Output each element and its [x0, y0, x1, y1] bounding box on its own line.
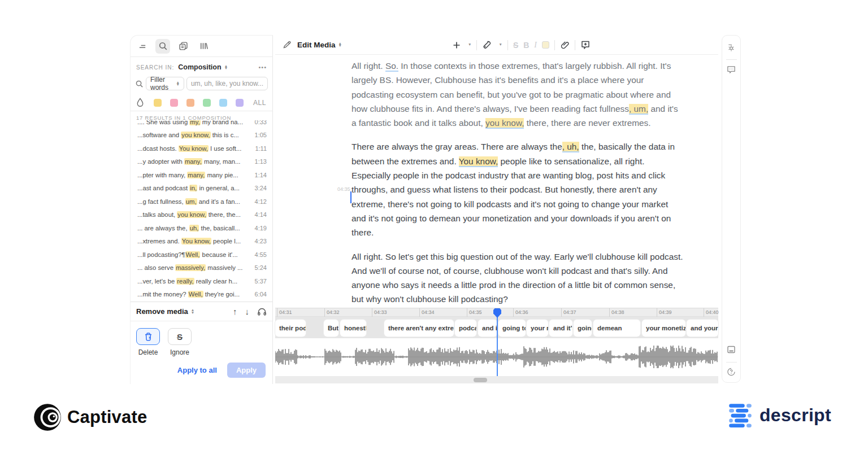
arrow-up-icon[interactable]: ↑ — [233, 307, 237, 316]
transcript-paragraph[interactable]: There are always the gray areas. There a… — [351, 139, 683, 239]
apply-to-all-button[interactable]: Apply to all — [177, 366, 217, 374]
result-text: ... are always the, uh, the, basicall... — [137, 225, 251, 232]
ruler-timestamp: 04:36 — [515, 309, 528, 315]
word-clip[interactable]: and it — [478, 320, 497, 337]
chevron-updown-icon[interactable]: ▲▼ — [224, 65, 228, 70]
word-clip[interactable]: podcast — [455, 320, 476, 337]
color-swatch-3[interactable] — [186, 99, 194, 107]
word-clip[interactable]: honestly — [340, 320, 366, 337]
ruler-timestamp: 04:34 — [422, 309, 435, 315]
search-result-row[interactable]: ...ll podcasting?¶Well, because it'...4:… — [131, 248, 272, 261]
ruler-timestamp: 04:40 — [706, 309, 719, 315]
search-result-row[interactable]: ... are always the, uh, the, basicall...… — [131, 221, 272, 235]
filler-word-highlight[interactable]: You know, — [459, 156, 498, 167]
plus-icon[interactable] — [452, 41, 461, 50]
search-result-row[interactable]: ... also serve massively, massively ...5… — [131, 261, 272, 275]
color-swatch-2[interactable] — [170, 99, 178, 107]
timeline-scrollbar[interactable] — [275, 376, 718, 383]
search-result-row[interactable]: ...y adopter with many, many, man...1:13 — [131, 155, 272, 169]
word-clip[interactable]: going to — [498, 320, 526, 337]
color-swatch-5[interactable] — [219, 99, 227, 107]
ruler-timestamp: 04:38 — [611, 309, 624, 315]
edit-media-title[interactable]: Edit Media — [297, 41, 336, 49]
search-in-selector[interactable]: Composition — [178, 63, 221, 71]
result-timestamp: 1:13 — [255, 158, 267, 165]
transcript-paragraph[interactable]: All right. So let's get this big questio… — [351, 250, 683, 307]
search-result-row[interactable]: ...mit the money? Well, they're goi...6:… — [131, 288, 272, 302]
word-clip[interactable]: demean — [593, 320, 640, 337]
timeline: 04:3104:3204:3304:3404:3504:3604:3704:38… — [275, 308, 718, 383]
library-icon[interactable] — [196, 39, 211, 54]
color-swatch-4[interactable] — [203, 99, 211, 107]
more-options-icon[interactable]: ••• — [258, 64, 267, 71]
search-result-row[interactable]: ...talks about, you know, there, the...4… — [131, 208, 272, 222]
search-results-list: .... She was using my, my brand na...0:3… — [131, 120, 272, 302]
panel-bottom-icon[interactable] — [727, 345, 736, 354]
wrench-icon[interactable] — [482, 40, 492, 50]
headphones-icon[interactable] — [257, 307, 267, 316]
transcript-text[interactable]: All right. So. In those contexts in thos… — [351, 54, 683, 342]
result-text: ...ast and podcast in, in general, a... — [137, 185, 251, 191]
filler-word-highlight: You know, — [179, 145, 209, 152]
search-result-row[interactable]: ...software and you know, this is c...1:… — [131, 129, 272, 142]
help-icon[interactable] — [727, 368, 736, 376]
droplet-icon[interactable] — [136, 98, 144, 107]
search-result-row[interactable]: ...g fact fullness, um, and it's a fan..… — [131, 195, 272, 208]
word-clip[interactable]: and your downloads — [687, 320, 718, 337]
word-clip[interactable]: their podcast — [275, 320, 306, 337]
color-swatch-1[interactable] — [154, 99, 162, 107]
chevron-updown-icon[interactable]: ▲▼ — [338, 42, 342, 47]
ruler-timestamp: 04:37 — [563, 309, 576, 315]
search-terms-input[interactable]: um, uh, like, you know... — [186, 77, 268, 90]
search-result-row[interactable]: .... She was using my, my brand na...0:3… — [131, 120, 272, 129]
word-clip[interactable]: and it's — [549, 320, 572, 337]
comment-icon[interactable] — [727, 65, 736, 75]
action-title[interactable]: Remove media — [136, 307, 188, 316]
word-clip[interactable]: there aren't any extreme — [384, 320, 454, 337]
ruler-timestamp: 04:32 — [327, 309, 340, 315]
transcript-paragraph[interactable]: All right. So. In those contexts in thos… — [351, 59, 683, 130]
word-clip[interactable]: going — [574, 320, 592, 337]
result-timestamp: 4:55 — [255, 251, 267, 258]
bold-icon[interactable]: B — [523, 41, 529, 50]
link-icon[interactable] — [560, 40, 570, 50]
result-text: ...dcast hosts. You know, I use soft... — [137, 145, 251, 152]
search-result-row[interactable]: ...ver, let's be really, really clear h.… — [131, 274, 272, 288]
word-clip[interactable]: But — [324, 320, 338, 337]
search-result-row[interactable]: ...pter with many, many, many pie...1:14 — [131, 168, 272, 182]
result-text: ...y adopter with many, many, man... — [137, 158, 251, 165]
search-icon[interactable] — [155, 39, 170, 54]
highlight-icon[interactable] — [542, 41, 549, 49]
search-result-row[interactable]: ...dcast hosts. You know, I use soft...1… — [131, 142, 272, 155]
ignore-label: Ignore — [168, 348, 192, 356]
color-swatch-6[interactable] — [236, 99, 244, 107]
word-clip[interactable]: your monetization — [642, 320, 685, 337]
result-text: ...g fact fullness, um, and it's a fan..… — [137, 198, 251, 205]
apply-button[interactable]: Apply — [227, 363, 266, 378]
italic-icon[interactable]: I — [534, 41, 537, 50]
search-icon — [135, 80, 144, 88]
filler-word-underline[interactable]: So. — [385, 61, 398, 72]
filler-word-highlight[interactable]: , uh, — [562, 142, 579, 152]
scrollbar-handle[interactable] — [474, 378, 487, 382]
strikethrough-icon[interactable]: S — [513, 41, 518, 50]
filler-word-highlight: my, — [189, 120, 200, 125]
search-result-row[interactable]: ...xtremes and. You know, people l...4:2… — [131, 235, 272, 248]
all-colors-button[interactable]: ALL — [253, 99, 266, 107]
ignore-mode-button[interactable]: S — [168, 328, 192, 345]
arrow-down-icon[interactable]: ↓ — [245, 307, 250, 316]
result-timestamp: 4:14 — [255, 211, 267, 218]
descript-wordmark: descript — [760, 405, 831, 426]
chevron-updown-icon[interactable]: ▲▼ — [191, 309, 194, 314]
delete-mode-button[interactable] — [136, 328, 160, 345]
settings-icon[interactable] — [727, 43, 736, 52]
duplicate-icon[interactable] — [176, 39, 190, 54]
outline-icon[interactable] — [135, 39, 150, 54]
word-clip[interactable]: your market — [527, 320, 548, 337]
filler-word-highlight[interactable]: you know, — [485, 118, 524, 129]
filler-word-highlight[interactable]: , um, — [629, 104, 648, 115]
formatting-toolbar: ▼▼SBI — [452, 35, 591, 55]
comment-plus-icon[interactable] — [580, 40, 591, 50]
search-result-row[interactable]: ...ast and podcast in, in general, a...3… — [131, 182, 272, 195]
filter-type-dropdown[interactable]: Filler words ▲▼ — [146, 77, 184, 90]
